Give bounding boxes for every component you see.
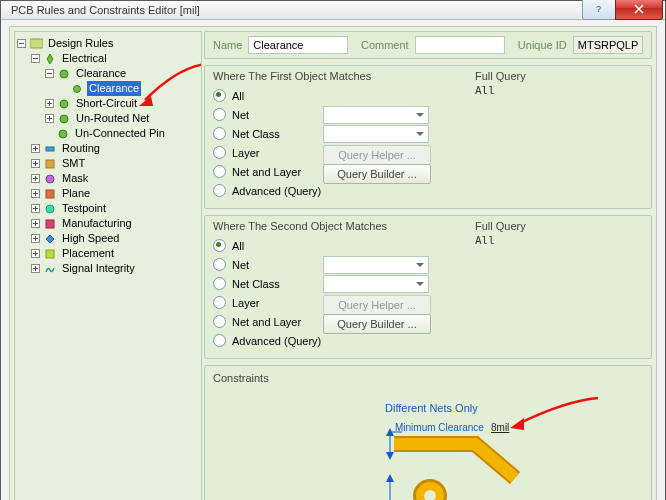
- svg-point-3: [60, 70, 68, 78]
- svg-rect-1: [30, 39, 43, 48]
- query-builder-button[interactable]: Query Builder ...: [323, 164, 431, 184]
- query-helper-button-2: Query Helper ...: [323, 295, 431, 315]
- rule-icon: [56, 128, 70, 140]
- expand-icon[interactable]: [31, 159, 40, 168]
- tree-node-clearance-category[interactable]: Clearance: [45, 66, 199, 81]
- expand-icon[interactable]: [31, 174, 40, 183]
- main-split: Design Rules Electrical: [9, 26, 657, 500]
- radio-advanced-query[interactable]: Advanced (Query): [213, 181, 323, 200]
- rule-header: Name Clearance Comment Unique ID MTSRPQL…: [204, 31, 652, 59]
- expand-icon[interactable]: [31, 204, 40, 213]
- radio-icon: [213, 334, 226, 347]
- radio-advanced-query-2[interactable]: Advanced (Query): [213, 331, 323, 350]
- query-builder-button-2[interactable]: Query Builder ...: [323, 314, 431, 334]
- window-title: PCB Rules and Constraints Editor [mil]: [11, 4, 200, 16]
- radio-icon: [213, 89, 226, 102]
- svg-point-7: [59, 130, 67, 138]
- tree-node-manufacturing[interactable]: Manufacturing: [31, 216, 199, 231]
- comment-field[interactable]: [415, 36, 505, 54]
- name-field[interactable]: Clearance: [248, 36, 348, 54]
- expand-icon[interactable]: [31, 249, 40, 258]
- tree-node-unrouted[interactable]: Un-Routed Net: [45, 111, 199, 126]
- collapse-icon[interactable]: [45, 69, 54, 78]
- signal-integrity-icon: [43, 263, 57, 275]
- tree-node-placement[interactable]: Placement: [31, 246, 199, 261]
- dialog-window: PCB Rules and Constraints Editor [mil] ?: [0, 0, 666, 500]
- dialog-body: Design Rules Electrical: [1, 20, 665, 500]
- radio-icon: [213, 184, 226, 197]
- first-match-panel: Where The First Object Matches All Net N…: [204, 65, 652, 209]
- svg-rect-13: [46, 220, 54, 228]
- rules-tree[interactable]: Design Rules Electrical: [14, 31, 202, 500]
- net-combo[interactable]: [323, 106, 429, 124]
- collapse-icon[interactable]: [31, 54, 40, 63]
- radio-net[interactable]: Net: [213, 105, 323, 124]
- expand-icon[interactable]: [45, 99, 54, 108]
- placement-icon: [43, 248, 57, 260]
- radio-net-class[interactable]: Net Class: [213, 124, 323, 143]
- second-match-panel: Where The Second Object Matches All Net …: [204, 215, 652, 359]
- tree-node-testpoint[interactable]: Testpoint: [31, 201, 199, 216]
- radio-icon: [213, 127, 226, 140]
- uid-label: Unique ID: [518, 39, 567, 51]
- radio-icon: [213, 296, 226, 309]
- radio-icon: [213, 146, 226, 159]
- routing-icon: [43, 143, 57, 155]
- close-button[interactable]: [615, 0, 663, 20]
- tree-node-electrical[interactable]: Electrical: [31, 51, 199, 66]
- radio-net-class-2[interactable]: Net Class: [213, 274, 323, 293]
- tree-node-mask[interactable]: Mask: [31, 171, 199, 186]
- tree-node-design-rules[interactable]: Design Rules: [17, 36, 199, 51]
- radio-icon: [213, 239, 226, 252]
- help-button[interactable]: ?: [582, 0, 616, 20]
- radio-net-and-layer[interactable]: Net and Layer: [213, 162, 323, 181]
- expand-icon[interactable]: [31, 234, 40, 243]
- svg-marker-14: [46, 235, 54, 243]
- plane-icon: [43, 188, 57, 200]
- radio-layer-2[interactable]: Layer: [213, 293, 323, 312]
- name-label: Name: [213, 39, 242, 51]
- radio-all[interactable]: All: [213, 86, 323, 105]
- collapse-icon[interactable]: [17, 39, 26, 48]
- svg-rect-9: [46, 160, 54, 168]
- radio-net-2[interactable]: Net: [213, 255, 323, 274]
- rule-editor: Name Clearance Comment Unique ID MTSRPQL…: [204, 31, 652, 500]
- tree-node-unconnected[interactable]: Un-Connected Pin: [45, 126, 199, 141]
- full-query-label: Full Query: [475, 70, 645, 82]
- expand-icon[interactable]: [31, 264, 40, 273]
- radio-all-2[interactable]: All: [213, 236, 323, 255]
- tree-node-routing[interactable]: Routing: [31, 141, 199, 156]
- constraints-title: Constraints: [213, 372, 643, 384]
- net-class-combo[interactable]: [323, 125, 429, 143]
- net-class-combo-2[interactable]: [323, 275, 429, 293]
- svg-point-6: [60, 115, 68, 123]
- radio-icon: [213, 258, 226, 271]
- testpoint-icon: [43, 203, 57, 215]
- electrical-icon: [43, 53, 57, 65]
- tree-node-signal-integrity[interactable]: Signal Integrity: [31, 261, 199, 276]
- expand-icon[interactable]: [31, 219, 40, 228]
- svg-point-10: [46, 175, 54, 183]
- clearance-icon: [57, 68, 71, 80]
- svg-rect-11: [46, 190, 54, 198]
- tree-node-clearance-rule[interactable]: Clearance: [59, 81, 199, 96]
- expand-icon[interactable]: [31, 189, 40, 198]
- rule-icon: [57, 113, 71, 125]
- tree-node-plane[interactable]: Plane: [31, 186, 199, 201]
- svg-marker-2: [47, 54, 53, 64]
- svg-point-4: [74, 85, 81, 92]
- tree-node-smt[interactable]: SMT: [31, 156, 199, 171]
- manufacturing-icon: [43, 218, 57, 230]
- tree-node-high-speed[interactable]: High Speed: [31, 231, 199, 246]
- expand-icon[interactable]: [45, 114, 54, 123]
- svg-point-12: [46, 205, 54, 213]
- radio-layer[interactable]: Layer: [213, 143, 323, 162]
- radio-icon: [213, 277, 226, 290]
- constraints-panel: Constraints Different Nets Only Minimum …: [204, 365, 652, 500]
- radio-net-and-layer-2[interactable]: Net and Layer: [213, 312, 323, 331]
- net-combo-2[interactable]: [323, 256, 429, 274]
- tree-node-short-circuit[interactable]: Short-Circuit: [45, 96, 199, 111]
- different-nets-link[interactable]: Different Nets Only: [385, 402, 478, 414]
- expand-icon[interactable]: [31, 144, 40, 153]
- window-controls: ?: [582, 0, 663, 19]
